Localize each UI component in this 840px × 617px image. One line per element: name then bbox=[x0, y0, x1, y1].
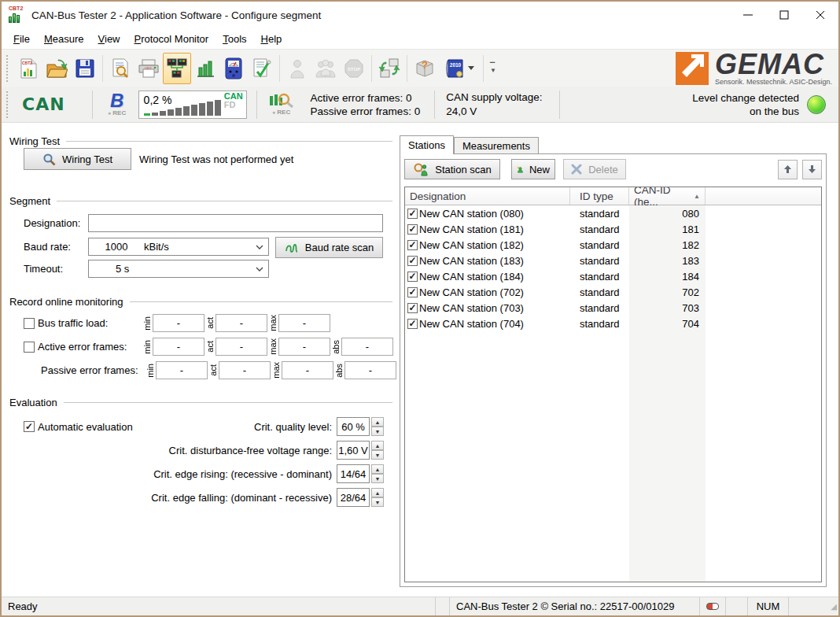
table-row[interactable]: New CAN station (181) standard 181 bbox=[405, 221, 821, 237]
toolbar-separator bbox=[371, 55, 372, 82]
spin-down-icon: ▼ bbox=[371, 427, 384, 436]
close-button[interactable] bbox=[802, 2, 838, 28]
stop-icon[interactable]: STOP bbox=[340, 53, 368, 84]
crit-voltage-value[interactable]: 1,60 V bbox=[337, 441, 370, 460]
supply-voltage-label: CAN supply voltage: bbox=[446, 91, 542, 105]
measurement-chart-icon[interactable] bbox=[191, 53, 219, 84]
tab-stations[interactable]: Stations bbox=[400, 135, 454, 154]
table-row[interactable]: New CAN station (704) standard 704 bbox=[405, 316, 821, 331]
arrow-down-icon bbox=[808, 164, 816, 174]
table-row[interactable]: New CAN station (182) standard 182 bbox=[405, 237, 821, 253]
station-checkbox[interactable] bbox=[407, 287, 418, 297]
station-designation: New CAN station (703) bbox=[419, 302, 524, 314]
save-icon[interactable] bbox=[71, 53, 99, 84]
station-checkbox[interactable] bbox=[407, 224, 418, 235]
menu-file[interactable]: File bbox=[6, 31, 37, 47]
new-file-icon[interactable]: CBT2 bbox=[14, 53, 42, 84]
move-down-button[interactable] bbox=[802, 160, 822, 179]
window-title: CAN-Bus Tester 2 - Application Software … bbox=[31, 9, 730, 21]
main-content: Wiring Test Wiring Test Wiring Test was … bbox=[2, 123, 838, 598]
toolbar-overflow-icon[interactable]: ▔▼ bbox=[487, 53, 499, 84]
crit-quality-value[interactable]: 60 % bbox=[337, 417, 370, 436]
print-icon[interactable]: CBT2 bbox=[134, 53, 163, 84]
timeout-label: Timeout: bbox=[24, 263, 63, 275]
crit-quality-spinner[interactable]: ▲▼ bbox=[371, 417, 384, 436]
test-protocol-icon[interactable] bbox=[248, 53, 276, 84]
tab-measurements[interactable]: Measurements bbox=[454, 137, 539, 154]
help-icon[interactable]: ? bbox=[411, 53, 439, 84]
wiring-test-button[interactable]: Wiring Test bbox=[24, 148, 131, 170]
table-row[interactable]: New CAN station (703) standard 703 bbox=[405, 300, 821, 316]
open-file-icon[interactable] bbox=[42, 53, 71, 84]
evaluation-row-edge-rising: Crit. edge rising: (recessive - dominant… bbox=[24, 464, 384, 483]
minimize-button[interactable] bbox=[730, 2, 766, 28]
sync-device-icon[interactable] bbox=[375, 53, 403, 84]
baud-rate-scan-button[interactable]: Baud rate scan bbox=[275, 237, 383, 258]
toolbar-separator bbox=[279, 55, 280, 82]
crit-edge-rising-spinner[interactable]: ▲▼ bbox=[371, 464, 384, 483]
year-selector[interactable]: 2010 bbox=[439, 53, 480, 84]
station-can-id: 183 bbox=[629, 253, 706, 268]
active-err-abs-field: - bbox=[341, 338, 393, 356]
multimeter-icon[interactable] bbox=[219, 53, 248, 84]
active-err-min-field: - bbox=[153, 338, 204, 356]
designation-label: Designation: bbox=[24, 217, 80, 229]
station-scan-button[interactable]: Station scan bbox=[404, 159, 500, 179]
station-designation: New CAN station (182) bbox=[419, 239, 524, 251]
print-preview-icon[interactable] bbox=[106, 53, 134, 84]
table-row[interactable]: New CAN station (080) standard 080 bbox=[405, 205, 821, 221]
menu-measure[interactable]: Measure bbox=[37, 31, 91, 47]
table-row[interactable]: New CAN station (702) standard 702 bbox=[405, 284, 821, 300]
menu-protocol-monitor[interactable]: Protocol Monitor bbox=[127, 31, 216, 47]
delete-station-button[interactable]: Delete bbox=[563, 159, 626, 179]
table-row[interactable]: New CAN station (184) standard 184 bbox=[405, 268, 821, 284]
maximize-button[interactable] bbox=[766, 2, 802, 28]
active-error-frames-checkbox[interactable] bbox=[24, 342, 35, 353]
toolbar-separator bbox=[102, 55, 103, 82]
min-label: min bbox=[142, 316, 153, 331]
station-checkbox[interactable] bbox=[407, 303, 418, 313]
crit-edge-rising-value[interactable]: 14/64 bbox=[337, 464, 370, 483]
scan-coil-icon bbox=[285, 242, 299, 253]
bus-traffic-load-checkbox[interactable] bbox=[24, 318, 35, 329]
single-station-icon[interactable] bbox=[283, 53, 311, 84]
station-checkbox[interactable] bbox=[407, 319, 418, 329]
automatic-evaluation-checkbox[interactable] bbox=[24, 421, 35, 432]
tab-strip: Stations Measurements bbox=[400, 135, 827, 154]
station-checkbox[interactable] bbox=[407, 209, 418, 219]
level-change-led bbox=[807, 95, 826, 114]
move-up-button[interactable] bbox=[778, 160, 798, 179]
menu-view[interactable]: View bbox=[91, 31, 127, 47]
station-checkbox[interactable] bbox=[407, 240, 418, 250]
toolbar-separator bbox=[407, 55, 407, 82]
timeout-combobox[interactable]: 5 s bbox=[88, 260, 269, 278]
strip-grip[interactable] bbox=[6, 91, 10, 118]
spin-down-icon: ▼ bbox=[371, 474, 384, 483]
new-station-button[interactable]: New bbox=[511, 159, 555, 179]
segment-group-header: Segment bbox=[9, 195, 392, 207]
baud-rate-label: Baud rate: bbox=[24, 241, 71, 253]
menu-help[interactable]: Help bbox=[254, 31, 289, 47]
crit-quality-label: Crit. quality level: bbox=[133, 421, 337, 433]
designation-input[interactable] bbox=[88, 214, 383, 232]
menu-tools[interactable]: Tools bbox=[216, 31, 253, 47]
baud-rate-combobox[interactable]: 1000 kBit/s bbox=[88, 238, 269, 256]
passive-err-act-field: - bbox=[219, 361, 271, 379]
spin-down-icon: ▼ bbox=[371, 450, 384, 460]
stations-tab-content: Station scan New Delete bbox=[400, 153, 827, 587]
crit-edge-falling-value[interactable]: 28/64 bbox=[337, 488, 370, 507]
configure-segment-icon[interactable] bbox=[163, 53, 191, 84]
crit-edge-falling-spinner[interactable]: ▲▼ bbox=[371, 488, 384, 507]
station-scan-all-icon[interactable] bbox=[311, 53, 340, 84]
stop-text: STOP bbox=[348, 65, 361, 71]
header-can-id[interactable]: CAN-ID (he...▲ bbox=[629, 187, 706, 205]
station-checkbox[interactable] bbox=[407, 256, 418, 266]
station-checkbox[interactable] bbox=[407, 272, 418, 282]
toolbar-grip[interactable] bbox=[6, 55, 10, 82]
table-row[interactable]: New CAN station (183) standard 183 bbox=[405, 253, 821, 268]
svg-text:CBT2: CBT2 bbox=[145, 66, 152, 69]
crit-voltage-spinner[interactable]: ▲▼ bbox=[371, 441, 384, 460]
resize-grip[interactable]: ◢ bbox=[789, 597, 838, 615]
header-designation[interactable]: Designation bbox=[405, 187, 570, 205]
header-id-type[interactable]: ID type bbox=[570, 187, 629, 205]
